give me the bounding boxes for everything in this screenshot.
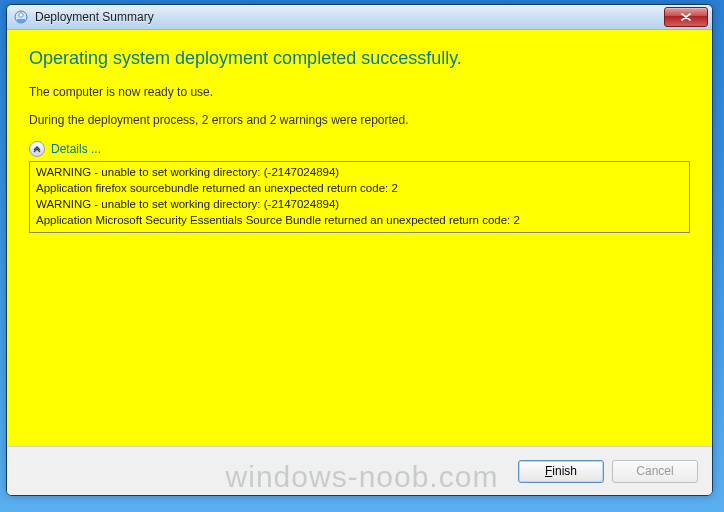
cancel-button: Cancel — [612, 460, 698, 483]
window-title: Deployment Summary — [35, 10, 664, 24]
chevron-up-icon — [29, 141, 45, 157]
details-box: WARNING - unable to set working director… — [29, 161, 690, 233]
svg-point-2 — [19, 13, 23, 17]
titlebar[interactable]: Deployment Summary — [7, 5, 712, 30]
details-toggle[interactable]: Details ... — [29, 141, 101, 157]
close-button[interactable] — [664, 7, 708, 27]
deployment-summary-window: Deployment Summary Operating system depl… — [6, 4, 713, 496]
content-area: Operating system deployment completed su… — [7, 30, 712, 495]
desktop-background: Deployment Summary Operating system depl… — [0, 0, 724, 512]
svg-rect-1 — [17, 19, 25, 22]
app-icon — [13, 9, 29, 25]
close-icon — [681, 13, 691, 21]
ready-text: The computer is now ready to use. — [29, 85, 690, 99]
finish-label: Finish — [545, 464, 577, 478]
summary-panel: Operating system deployment completed su… — [7, 30, 712, 446]
cancel-label: Cancel — [636, 464, 673, 478]
log-line: Application Microsoft Security Essential… — [36, 212, 683, 228]
button-bar: Finish Cancel — [7, 446, 712, 495]
details-label: Details ... — [51, 142, 101, 156]
error-report-text: During the deployment process, 2 errors … — [29, 113, 690, 127]
log-line: Application firefox sourcebundle returne… — [36, 180, 683, 196]
log-line: WARNING - unable to set working director… — [36, 164, 683, 180]
headline: Operating system deployment completed su… — [29, 48, 690, 69]
finish-button[interactable]: Finish — [518, 460, 604, 483]
log-line: WARNING - unable to set working director… — [36, 196, 683, 212]
